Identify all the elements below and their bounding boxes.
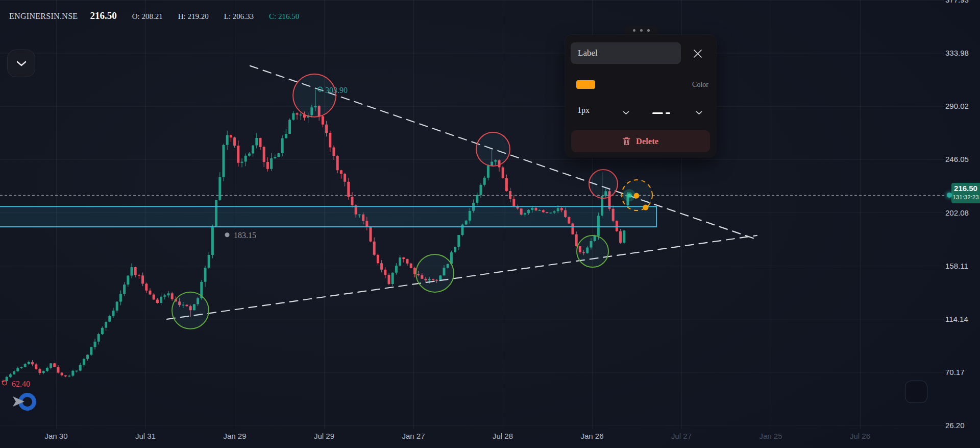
- trash-icon: [623, 137, 630, 146]
- trendline-lower-support[interactable]: [167, 235, 757, 319]
- style-dropdown-chevron-icon[interactable]: [696, 111, 702, 115]
- drawing-anchor-handle[interactable]: [643, 205, 649, 210]
- annotation-text: 303.90: [325, 86, 348, 95]
- width-dropdown-chevron-icon[interactable]: [623, 111, 629, 115]
- live-price-dot: [628, 194, 631, 197]
- symbol-name[interactable]: ENGINERSIN.NSE: [9, 12, 78, 21]
- price-axis-label: 377.93: [945, 0, 978, 5]
- price-chart-canvas[interactable]: 303.90183.1562.40: [0, 0, 980, 448]
- price-axis-label: 158.11: [945, 262, 978, 271]
- line-width-value[interactable]: 1px: [577, 106, 590, 115]
- time-axis-label: Jul 27: [671, 432, 692, 440]
- price-axis-label: 202.08: [945, 208, 978, 218]
- price-axis-label: 333.98: [945, 49, 978, 58]
- drawing-settings-dialog: Color 1px Delete: [565, 35, 716, 157]
- last-price-badge: 216.50 131:32:23: [951, 183, 980, 203]
- dash-style-preview[interactable]: [666, 112, 670, 114]
- trading-chart-app: 303.90183.1562.40 ENGINERSIN.NSE 216.50 …: [0, 0, 980, 448]
- symbol-header: ENGINERSIN.NSE 216.50 O: 208.21 H: 219.2…: [9, 10, 299, 21]
- ellipse-drawing-red-3[interactable]: [476, 132, 510, 166]
- annotation-text: 62.40: [12, 380, 30, 388]
- color-swatch[interactable]: [576, 80, 595, 89]
- chevron-down-icon: [16, 61, 27, 66]
- price-axis-label: 70.17: [945, 368, 978, 377]
- time-axis-label: Jan 29: [223, 432, 246, 440]
- label-input[interactable]: [571, 42, 681, 64]
- last-price-dot: [947, 193, 952, 198]
- ellipse-drawing-green-2[interactable]: [416, 254, 454, 292]
- ellipse-drawing-red-5[interactable]: [589, 170, 618, 198]
- candlesticks: [2, 89, 629, 382]
- time-axis-label: Jul 31: [135, 432, 156, 440]
- annotation-marker-icon: [225, 232, 230, 237]
- ellipse-drawing-red-1[interactable]: [293, 74, 336, 117]
- price-axis-label: 114.14: [945, 315, 978, 324]
- time-axis-label: Jul 26: [850, 432, 870, 440]
- badge-countdown: 131:32:23: [951, 194, 980, 201]
- collapse-header-button[interactable]: [7, 50, 35, 77]
- badge-price: 216.50: [951, 183, 980, 194]
- color-label: Color: [692, 81, 708, 89]
- open-value: O: 208.21: [132, 12, 163, 21]
- close-value: C: 216.50: [269, 12, 299, 21]
- price-annotations: 303.90183.1562.40: [3, 86, 348, 388]
- drawing-anchor-handle[interactable]: [634, 193, 640, 199]
- low-value: L: 206.33: [224, 12, 254, 21]
- delete-button[interactable]: Delete: [571, 130, 710, 152]
- price-axis-label: 26.20: [945, 421, 978, 430]
- time-axis-label: Jul 28: [493, 432, 513, 440]
- time-axis-label: Jan 30: [44, 432, 67, 440]
- annotation-marker-icon: [3, 381, 7, 385]
- drag-dot: [640, 29, 643, 32]
- delete-label: Delete: [636, 136, 658, 147]
- time-axis-label: Jan 27: [402, 432, 425, 440]
- ellipse-drawing-green-4[interactable]: [577, 235, 608, 267]
- last-price: 216.50: [90, 10, 116, 21]
- ellipse-drawing-green-0[interactable]: [172, 292, 209, 329]
- bottom-right-button[interactable]: [905, 381, 927, 403]
- drag-dot: [633, 29, 635, 32]
- close-icon[interactable]: [692, 48, 703, 59]
- price-axis-label: 290.02: [945, 102, 978, 111]
- price-axis-label: 246.05: [945, 155, 978, 164]
- dash-style-preview[interactable]: [652, 112, 663, 114]
- time-axis-label: Jan 26: [580, 432, 603, 440]
- time-axis-label: Jan 25: [759, 432, 782, 440]
- annotation-text: 183.15: [234, 231, 256, 240]
- time-axis-label: Jul 29: [314, 432, 334, 440]
- high-value: H: 219.20: [178, 12, 209, 21]
- dialog-drag-handle[interactable]: [622, 26, 660, 35]
- drag-dot: [647, 29, 650, 32]
